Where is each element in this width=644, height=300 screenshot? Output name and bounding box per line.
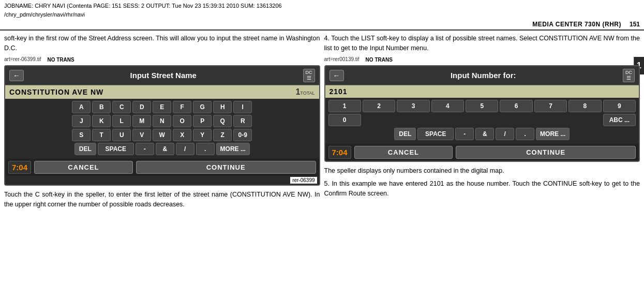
right-key-slash[interactable]: / [496, 128, 514, 140]
left-back-button[interactable]: ← [9, 70, 24, 81]
key-D[interactable]: D [132, 101, 151, 113]
key-Q[interactable]: Q [213, 115, 232, 127]
left-art-label: art=rer-06399.tif [4, 56, 41, 62]
key-U[interactable]: U [112, 129, 131, 141]
key-empty-4 [466, 114, 498, 126]
key-P[interactable]: P [193, 115, 212, 127]
key-1[interactable]: 1 [328, 100, 361, 112]
left-no-trans: NO TRANS [47, 57, 74, 63]
right-dc-label: DC [625, 70, 632, 76]
key-M[interactable]: M [132, 115, 151, 127]
right-body-text1: 4. Touch the LIST soft-key to display a … [324, 34, 640, 53]
left-dc-icon: DC ☰ [303, 69, 315, 83]
right-body-text3: 5. In this example we have entered 2101 … [324, 179, 640, 199]
left-total-badge: 1TOTAL [295, 87, 314, 97]
media-center-title: MEDIA CENTER 730N (RHR) [532, 21, 621, 28]
right-art-label: art=rer00139.tif [324, 56, 360, 62]
left-key-row-3: S T U V W X Y Z 0-9 [8, 129, 316, 141]
key-8[interactable]: 8 [568, 100, 601, 112]
key-3[interactable]: 3 [397, 100, 429, 112]
key-more[interactable]: MORE ... [216, 143, 250, 155]
key-K[interactable]: K [92, 115, 111, 127]
left-total-num: 1 [295, 87, 300, 96]
left-continue-button[interactable]: CONTINUE [136, 161, 316, 174]
key-slash[interactable]: / [176, 143, 194, 155]
key-4[interactable]: 4 [431, 100, 464, 112]
key-empty-1 [363, 114, 395, 126]
key-J[interactable]: J [72, 115, 91, 127]
key-G[interactable]: G [193, 101, 212, 113]
header-line1: JOBNAME: CHRY NAVI (Contenta PAGE: 151 S… [4, 2, 640, 10]
key-5[interactable]: 5 [466, 100, 498, 112]
key-0[interactable]: 0 [328, 114, 361, 126]
key-N[interactable]: N [153, 115, 171, 127]
key-H[interactable]: H [213, 101, 232, 113]
right-key-space[interactable]: SPACE [417, 128, 454, 140]
page-number: 151 [630, 21, 640, 28]
right-num-row-2: 0 ABC ... [328, 114, 636, 126]
key-C[interactable]: C [112, 101, 131, 113]
key-dash[interactable]: - [136, 143, 154, 155]
right-cancel-button[interactable]: CANCEL [354, 146, 453, 159]
left-key-row-4: DEL SPACE - & / . MORE ... [8, 143, 316, 155]
right-continue-button[interactable]: CONTINUE [456, 146, 636, 159]
key-W[interactable]: W [153, 129, 171, 141]
key-7[interactable]: 7 [534, 100, 567, 112]
key-abc[interactable]: ABC ... [603, 114, 636, 126]
right-bottom-bar: 7:04 CANCEL CONTINUE [325, 144, 639, 161]
right-time-display: 7:04 [328, 146, 351, 159]
key-E[interactable]: E [153, 101, 171, 113]
left-key-row-2: J K L M N O P Q R [8, 115, 316, 127]
key-empty-6 [534, 114, 567, 126]
key-V[interactable]: V [132, 129, 151, 141]
left-body-text2: Touch the C soft-key in the speller, to … [4, 190, 320, 209]
key-L[interactable]: L [112, 115, 131, 127]
key-O[interactable]: O [173, 115, 191, 127]
key-R[interactable]: R [233, 115, 252, 127]
key-Y[interactable]: Y [193, 129, 212, 141]
left-dc-label: DC [306, 70, 312, 76]
key-S[interactable]: S [72, 129, 91, 141]
key-amp[interactable]: & [156, 143, 174, 155]
right-key-more[interactable]: MORE ... [536, 128, 570, 140]
left-column: soft-key in the first row of the Street … [4, 34, 320, 213]
key-X[interactable]: X [173, 129, 191, 141]
right-screen-title: Input Number for: [344, 71, 623, 80]
key-I[interactable]: I [233, 101, 252, 113]
right-dc-icon: DC ☰ [623, 69, 635, 83]
key-space[interactable]: SPACE [98, 143, 134, 155]
key-9[interactable]: 9 [603, 100, 636, 112]
key-2[interactable]: 2 [363, 100, 395, 112]
key-T[interactable]: T [92, 129, 111, 141]
key-0-9[interactable]: 0-9 [233, 129, 252, 141]
right-num-row-1: 1 2 3 4 5 6 7 8 9 [328, 100, 636, 112]
right-input-value: 2101 [330, 87, 348, 96]
header-jobname: JOBNAME: CHRY NAVI (Contenta PAGE: 151 S… [0, 0, 644, 20]
key-B[interactable]: B [92, 101, 111, 113]
right-key-amp[interactable]: & [475, 128, 494, 140]
key-Z[interactable]: Z [213, 129, 232, 141]
right-key-row-4: DEL SPACE - & / . MORE ... [328, 128, 636, 140]
key-6[interactable]: 6 [500, 100, 532, 112]
key-A[interactable]: A [72, 101, 91, 113]
key-empty-3 [431, 114, 464, 126]
right-back-button[interactable]: ← [330, 70, 344, 81]
right-body-text2: The speller displays only numbers contai… [324, 166, 640, 176]
left-nav-screen: ← Input Street Name DC ☰ CONSTITUTION AV… [4, 65, 320, 186]
left-screen-title: Input Street Name [24, 71, 303, 80]
key-del[interactable]: DEL [74, 143, 96, 155]
right-column: 4. Touch the LIST soft-key to display a … [324, 34, 640, 213]
right-no-trans: NO TRANS [366, 57, 393, 63]
left-total-label: TOTAL [300, 91, 314, 96]
left-ref-tag: rer-06399 [5, 176, 319, 185]
left-ref-text: rer-06399 [290, 177, 317, 184]
left-cancel-button[interactable]: CANCEL [34, 161, 133, 174]
right-key-dash[interactable]: - [455, 128, 474, 140]
right-key-dot[interactable]: . [516, 128, 534, 140]
key-empty-7 [568, 114, 601, 126]
key-F[interactable]: F [173, 101, 191, 113]
right-key-del[interactable]: DEL [394, 128, 416, 140]
key-dot[interactable]: . [196, 143, 215, 155]
right-nav-screen: ← Input Number for: DC ☰ 2101 1 2 [324, 65, 640, 162]
left-body-text1: soft-key in the first row of the Street … [4, 34, 320, 53]
